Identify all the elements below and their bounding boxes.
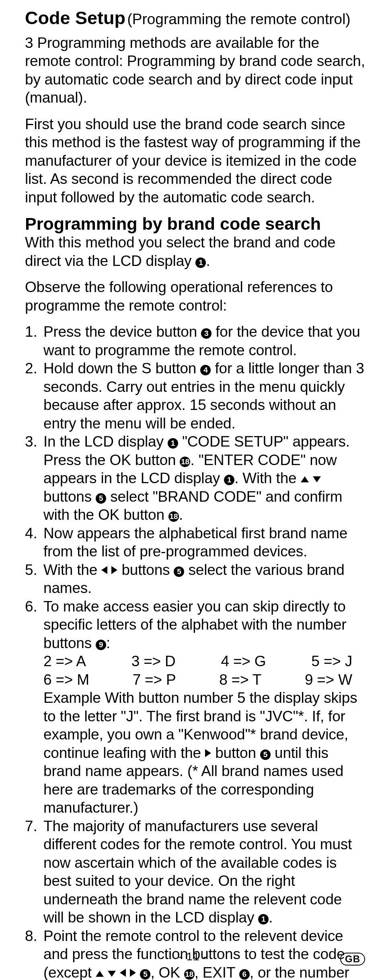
step-5: 5. With the buttons 5 select the various…	[25, 561, 366, 597]
map-entry: 6 => M	[43, 671, 89, 689]
section-paragraph-1: With this method you select the brand an…	[25, 233, 366, 270]
text: .	[206, 253, 210, 269]
step-4: 4. Now appears the alphabetical first br…	[25, 524, 366, 561]
ref-1-icon: 1	[258, 914, 269, 924]
step-number: 4.	[25, 524, 43, 561]
page-subtitle: (Programming the remote control)	[127, 11, 350, 27]
ref-5-icon: 5	[96, 493, 106, 504]
text: .	[269, 909, 273, 926]
ref-6-icon: 6	[239, 969, 250, 980]
page: Code Setup (Programming the remote contr…	[0, 0, 386, 980]
map-entry: 3 => D	[131, 652, 176, 671]
step-content: With the buttons 5 select the various br…	[43, 561, 366, 597]
up-arrow-icon	[301, 476, 309, 482]
section-heading: Programming by brand code search	[25, 214, 366, 233]
ref-1-icon: 1	[168, 438, 178, 449]
ref-3-icon: 3	[201, 328, 211, 339]
right-arrow-icon	[111, 566, 117, 574]
step-1: 1. Press the device button 3 for the dev…	[25, 323, 366, 359]
page-title-line: Code Setup (Programming the remote contr…	[25, 8, 366, 28]
step-6: 6. To make access easier you can skip di…	[25, 597, 366, 817]
map-entry: 2 => A	[43, 652, 86, 671]
text: The majority of manufacturers use severa…	[43, 818, 352, 926]
ref-5-icon: 5	[140, 969, 150, 980]
ref-1-icon: 1	[195, 257, 206, 268]
map-entry: 9 => W	[305, 671, 352, 689]
text: buttons	[43, 488, 96, 505]
text: Hold down the S button	[43, 360, 200, 377]
map-entry: 5 => J	[311, 652, 352, 671]
text: , EXIT	[195, 964, 239, 980]
step-number: 1.	[25, 323, 43, 359]
text: , OK	[150, 964, 184, 980]
up-arrow-icon	[96, 971, 104, 977]
right-arrow-icon	[130, 969, 136, 977]
ref-18-icon: 18	[184, 969, 195, 980]
step-content: Hold down the S button 4 for a little lo…	[43, 359, 366, 432]
language-badge: GB	[340, 953, 365, 966]
step-content: To make access easier you can skip direc…	[43, 597, 366, 817]
text: button	[211, 745, 260, 761]
step-2: 2. Hold down the S button 4 for a little…	[25, 359, 366, 432]
map-entry: 8 => T	[219, 671, 261, 689]
ref-9-icon: 9	[96, 640, 106, 650]
ref-18-icon: 18	[180, 457, 190, 467]
step-number: 7.	[25, 817, 43, 927]
intro-paragraph-2: First you should use the brand code sear…	[25, 115, 366, 207]
left-arrow-icon	[120, 969, 126, 977]
step-7: 7. The majority of manufacturers use sev…	[25, 817, 366, 927]
ref-4-icon: 4	[200, 365, 211, 375]
ref-18-icon: 18	[168, 511, 179, 522]
ref-5-icon: 5	[174, 566, 184, 577]
step-content: Now appears the alphabetical first brand…	[43, 524, 366, 561]
letter-map-row-2: 6 => M 7 => P 8 => T 9 => W	[43, 671, 366, 689]
text: To make access easier you can skip direc…	[43, 598, 346, 651]
text: :	[106, 635, 110, 651]
text: Press the device button	[43, 323, 201, 340]
step-number: 5.	[25, 561, 43, 597]
step-number: 2.	[25, 359, 43, 432]
step-number: 6.	[25, 597, 43, 817]
step-content: In the LCD display 1 "CODE SETUP" appear…	[43, 432, 366, 524]
text: With the	[43, 562, 101, 578]
page-title: Code Setup	[25, 8, 125, 28]
map-entry: 4 => G	[221, 652, 266, 671]
text: buttons	[117, 562, 174, 578]
down-arrow-icon	[313, 476, 321, 482]
steps-list: 1. Press the device button 3 for the dev…	[25, 323, 366, 980]
right-arrow-icon	[205, 749, 211, 757]
page-number: - 11 -	[0, 950, 386, 963]
text: With this method you select the brand an…	[25, 234, 335, 269]
letter-map-row-1: 2 => A 3 => D 4 => G 5 => J	[43, 652, 366, 671]
ref-1-icon: 1	[224, 475, 234, 485]
step-content: The majority of manufacturers use severa…	[43, 817, 366, 927]
map-entry: 7 => P	[133, 671, 176, 689]
step-3: 3. In the LCD display 1 "CODE SETUP" app…	[25, 432, 366, 524]
step-number: 3.	[25, 432, 43, 524]
step-content: Press the device button 3 for the device…	[43, 323, 366, 359]
ref-5-icon: 5	[260, 749, 271, 760]
intro-paragraph-1: 3 Programming methods are available for …	[25, 34, 366, 107]
text: .	[179, 506, 183, 523]
left-arrow-icon	[101, 566, 107, 574]
down-arrow-icon	[108, 971, 116, 977]
text: In the LCD display	[43, 433, 168, 450]
section-paragraph-2: Observe the following operational refere…	[25, 278, 366, 315]
text: . With the	[234, 470, 300, 486]
